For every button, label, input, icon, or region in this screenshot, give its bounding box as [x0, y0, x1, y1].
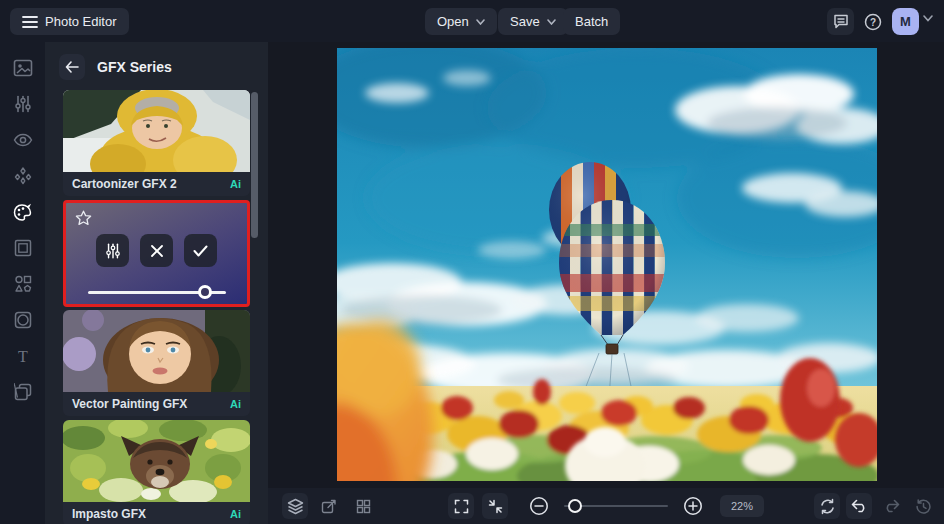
layers-icon: [287, 498, 304, 515]
overlays-icon: [14, 383, 32, 401]
zoom-level-display[interactable]: 22%: [720, 495, 764, 517]
favorite-star-icon[interactable]: [75, 210, 92, 226]
minus-circle-icon: [529, 496, 549, 516]
redo-button[interactable]: [878, 493, 904, 519]
photo-icon: [13, 59, 33, 77]
text-icon: T: [14, 348, 32, 364]
plus-circle-icon: [683, 496, 703, 516]
templates-button[interactable]: [350, 493, 376, 519]
help-icon: ?: [864, 13, 882, 31]
layers-button[interactable]: [282, 493, 308, 519]
panel-scrollbar[interactable]: [251, 92, 258, 238]
cancel-effect-button[interactable]: [140, 234, 173, 267]
undo-icon: [851, 499, 868, 513]
tool-rail: T: [0, 42, 45, 524]
help-button[interactable]: ?: [859, 8, 886, 35]
cartoonizer-thumbnail: [63, 90, 250, 172]
batch-label: Batch: [575, 14, 608, 29]
sidebar-item-masks[interactable]: [0, 302, 45, 338]
zoom-out-button[interactable]: [526, 493, 552, 519]
zoom-slider[interactable]: [564, 499, 668, 513]
ai-badge: Ai: [230, 398, 241, 410]
effect-card-vector-painting[interactable]: Vector Painting GFX Ai: [63, 310, 250, 416]
compare-icon: [819, 498, 836, 515]
zoom-in-button[interactable]: [680, 493, 706, 519]
mask-icon: [14, 311, 32, 329]
avatar-initial: M: [900, 14, 911, 29]
card-name: Vector Painting GFX: [72, 397, 187, 411]
card-name: Impasto GFX: [72, 507, 146, 521]
close-icon: [150, 244, 164, 258]
sidebar-item-frames[interactable]: [0, 230, 45, 266]
active-effect-card[interactable]: [63, 200, 250, 307]
arrow-left-icon: [65, 61, 79, 73]
fullscreen-icon: [454, 499, 469, 514]
sidebar-item-photo[interactable]: [0, 50, 45, 86]
sidebar-item-overlays[interactable]: [0, 374, 45, 410]
back-button[interactable]: [59, 54, 85, 80]
impasto-thumbnail: [63, 420, 250, 502]
status-bar: 22%: [268, 488, 944, 524]
grid-icon: [356, 499, 371, 514]
fit-screen-icon: [488, 499, 503, 514]
svg-text:?: ?: [869, 16, 875, 27]
sidebar-item-adjustments[interactable]: [0, 86, 45, 122]
card-label-bar: Vector Painting GFX Ai: [63, 392, 250, 416]
sliders-icon: [105, 243, 121, 259]
effect-card-cartoonizer[interactable]: Cartoonizer GFX 2 Ai: [63, 90, 250, 196]
eye-icon: [13, 133, 33, 147]
feedback-button[interactable]: [827, 8, 854, 35]
save-button[interactable]: Save: [498, 8, 568, 35]
top-bar: Photo Editor Open Save Batch ? M: [0, 0, 944, 42]
zoom-level-value: 22%: [731, 500, 753, 512]
user-avatar[interactable]: M: [892, 8, 919, 35]
effect-intensity-slider[interactable]: [88, 285, 226, 299]
sidebar-item-text[interactable]: T: [0, 338, 45, 374]
account-menu-chevron[interactable]: [923, 15, 933, 22]
ai-badge: Ai: [230, 508, 241, 520]
effect-settings-button[interactable]: [96, 234, 129, 267]
effect-card-impasto[interactable]: Impasto GFX Ai: [63, 420, 250, 524]
canvas-area[interactable]: [268, 42, 944, 488]
card-label-bar: Cartoonizer GFX 2 Ai: [63, 172, 250, 196]
feedback-icon: [833, 14, 849, 29]
history-icon: [915, 498, 932, 515]
fit-to-screen-button[interactable]: [482, 493, 508, 519]
edited-image[interactable]: [337, 48, 877, 481]
app-title: Photo Editor: [45, 14, 117, 29]
zoom-slider-handle[interactable]: [568, 499, 582, 513]
sidebar-item-filters[interactable]: [0, 194, 45, 230]
undo-button[interactable]: [846, 493, 872, 519]
sidebar-item-effects[interactable]: [0, 158, 45, 194]
chevron-down-icon: [476, 19, 485, 25]
ai-badge: Ai: [230, 178, 241, 190]
open-button[interactable]: Open: [425, 8, 497, 35]
apply-effect-button[interactable]: [184, 234, 217, 267]
sparkles-icon: [14, 167, 32, 185]
resize-icon: [321, 498, 337, 514]
chevron-down-icon: [547, 19, 556, 25]
svg-text:T: T: [18, 348, 28, 364]
vector-painting-thumbnail: [63, 310, 250, 392]
resize-button[interactable]: [316, 493, 342, 519]
sidebar-item-graphics[interactable]: [0, 266, 45, 302]
main-menu-button[interactable]: Photo Editor: [10, 8, 129, 35]
hamburger-icon: [22, 15, 38, 29]
history-button[interactable]: [910, 493, 936, 519]
frame-icon: [14, 239, 32, 257]
slider-handle[interactable]: [198, 285, 212, 299]
card-name: Cartoonizer GFX 2: [72, 177, 177, 191]
compare-button[interactable]: [814, 493, 840, 519]
adjustments-icon: [14, 95, 32, 113]
redo-icon: [883, 499, 900, 513]
fullscreen-button[interactable]: [448, 493, 474, 519]
gfx-series-panel: GFX Series Cartoonizer GFX 2 Ai: [45, 42, 268, 524]
check-icon: [193, 245, 208, 257]
sidebar-item-focus[interactable]: [0, 122, 45, 158]
panel-title: GFX Series: [97, 59, 172, 75]
shapes-icon: [14, 275, 32, 293]
palette-icon: [13, 203, 33, 222]
save-label: Save: [510, 14, 540, 29]
open-label: Open: [437, 14, 469, 29]
batch-button[interactable]: Batch: [563, 8, 620, 35]
